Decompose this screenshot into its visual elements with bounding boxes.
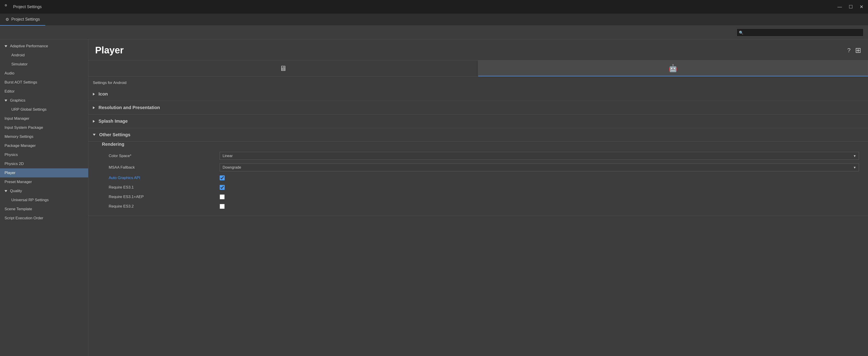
gear-icon: ⚙ (5, 17, 9, 22)
page-title: Player (95, 45, 124, 56)
expand-icon (93, 93, 95, 96)
sidebar-item-quality[interactable]: Quality (0, 187, 88, 196)
sidebar-item-label: Audio (4, 71, 14, 75)
sidebar-item-package-manager[interactable]: Package Manager (0, 141, 88, 150)
main-layout: Adaptive Performance Android Simulator A… (0, 39, 868, 356)
title-bar-controls: — ☐ ✕ (837, 4, 864, 9)
search-icon: 🔍 (739, 30, 743, 35)
splash-section: Splash Image (88, 115, 868, 128)
content-area: Player ? ⊞ 🖥 🤖 Settings for Android Icon (88, 39, 868, 356)
search-input[interactable] (737, 29, 864, 36)
icon-section-header[interactable]: Icon (88, 87, 868, 101)
require-es31-value (220, 185, 859, 190)
collapse-icon (4, 100, 7, 102)
msaa-dropdown-wrapper: Downgrade None ▼ (220, 163, 859, 171)
project-settings-tab[interactable]: ⚙ Project Settings (0, 13, 45, 26)
sidebar-item-input-system[interactable]: Input System Package (0, 123, 88, 132)
sidebar-item-label: Burst AOT Settings (4, 80, 37, 85)
splash-section-title: Splash Image (98, 119, 128, 124)
sidebar-item-player[interactable]: Player (0, 168, 88, 177)
close-button[interactable]: ✕ (860, 4, 864, 9)
require-es31-aep-row: Require ES3.1+AEP (97, 192, 864, 202)
help-button[interactable]: ? (847, 47, 850, 54)
resolution-section-title: Resolution and Presentation (98, 105, 160, 110)
sidebar-item-editor[interactable]: Editor (0, 87, 88, 96)
rendering-label: Rendering (97, 142, 864, 147)
sidebar-item-preset-manager[interactable]: Preset Manager (0, 177, 88, 187)
require-es31-checkbox[interactable] (220, 185, 225, 190)
title-bar: ⚙ Project Settings — ☐ ✕ (0, 0, 868, 13)
color-space-label: Color Space* (102, 154, 220, 158)
sidebar-item-android[interactable]: Android (0, 51, 88, 60)
resolution-section-header[interactable]: Resolution and Presentation (88, 101, 868, 114)
auto-graphics-api-value (220, 175, 859, 181)
expand-icon (93, 120, 95, 123)
require-es31-label: Require ES3.1 (102, 185, 220, 190)
sidebar-item-label: Input System Package (4, 125, 43, 130)
sidebar-item-label: Input Manager (4, 116, 29, 121)
sidebar-item-label: Scene Template (4, 207, 32, 212)
require-es32-label: Require ES3.2 (102, 204, 220, 209)
sidebar-item-label: Physics 2D (4, 162, 24, 166)
desktop-icon: 🖥 (279, 64, 287, 73)
splash-section-header[interactable]: Splash Image (88, 115, 868, 128)
sidebar-item-graphics[interactable]: Graphics (0, 96, 88, 105)
sidebar-item-input-manager[interactable]: Input Manager (0, 114, 88, 123)
sidebar-item-label: Graphics (10, 98, 25, 103)
platform-tab-desktop[interactable]: 🖥 (88, 60, 478, 76)
color-space-select[interactable]: Linear Gamma (220, 152, 859, 160)
other-settings-title: Other Settings (99, 132, 130, 137)
expand-icon (93, 106, 95, 109)
app-icon: ⚙ (4, 4, 11, 10)
require-es32-checkbox-wrapper (220, 204, 859, 209)
settings-for-label: Settings for Android (88, 76, 868, 87)
sidebar-item-label: Simulator (11, 62, 28, 67)
sidebar-item-label: Script Execution Order (4, 216, 43, 220)
require-es31-row: Require ES3.1 (97, 183, 864, 192)
sidebar-item-label: URP Global Settings (11, 107, 46, 112)
auto-graphics-api-row: Auto Graphics API (97, 173, 864, 183)
require-es31-aep-checkbox[interactable] (220, 194, 225, 199)
platform-tab-android[interactable]: 🤖 (478, 60, 868, 76)
sidebar-item-burst-aot[interactable]: Burst AOT Settings (0, 78, 88, 87)
auto-graphics-api-label[interactable]: Auto Graphics API (102, 175, 220, 180)
search-wrapper: 🔍 (737, 29, 864, 36)
sidebar-item-physics[interactable]: Physics (0, 150, 88, 159)
sidebar-item-label: Editor (4, 89, 14, 94)
collapse-icon (93, 134, 96, 136)
tab-bar: ⚙ Project Settings (0, 13, 868, 26)
platform-tabs: 🖥 🤖 (88, 60, 868, 76)
msaa-fallback-select[interactable]: Downgrade None (220, 163, 859, 171)
title-bar-title: Project Settings (13, 4, 42, 9)
sidebar-item-label: Quality (10, 189, 22, 193)
auto-graphics-api-checkbox[interactable] (220, 175, 225, 181)
require-es31-aep-value (220, 194, 859, 199)
require-es32-checkbox[interactable] (220, 204, 225, 209)
sidebar-item-urp-global[interactable]: URP Global Settings (0, 105, 88, 114)
sidebar-item-label: Android (11, 53, 25, 58)
tab-label: Project Settings (11, 17, 40, 22)
sidebar-item-adaptive-performance[interactable]: Adaptive Performance (0, 42, 88, 51)
color-space-row: Color Space* Linear Gamma ▼ (97, 150, 864, 162)
sidebar-item-label: Preset Manager (4, 180, 32, 184)
minimize-button[interactable]: — (837, 4, 842, 9)
layout-button[interactable]: ⊞ (855, 46, 861, 55)
require-es32-value (220, 204, 859, 209)
other-settings-header[interactable]: Other Settings (88, 128, 868, 142)
sidebar-item-scene-template[interactable]: Scene Template (0, 204, 88, 214)
auto-graphics-api-checkbox-wrapper (220, 175, 859, 181)
maximize-button[interactable]: ☐ (849, 4, 853, 9)
collapse-icon (4, 45, 7, 47)
content-header: Player ? ⊞ (88, 39, 868, 60)
sidebar-item-audio[interactable]: Audio (0, 69, 88, 78)
sidebar-item-physics-2d[interactable]: Physics 2D (0, 159, 88, 168)
msaa-fallback-value: Downgrade None ▼ (220, 163, 859, 171)
sidebar-item-script-execution[interactable]: Script Execution Order (0, 214, 88, 223)
sidebar-item-simulator[interactable]: Simulator (0, 60, 88, 69)
sidebar-item-universal-rp[interactable]: Universal RP Settings (0, 196, 88, 204)
sidebar-item-label: Package Manager (4, 143, 36, 148)
require-es31-aep-checkbox-wrapper (220, 194, 859, 199)
header-icons: ? ⊞ (847, 46, 861, 55)
sidebar-item-memory-settings[interactable]: Memory Settings (0, 132, 88, 141)
msaa-fallback-label: MSAA Fallback (102, 165, 220, 170)
